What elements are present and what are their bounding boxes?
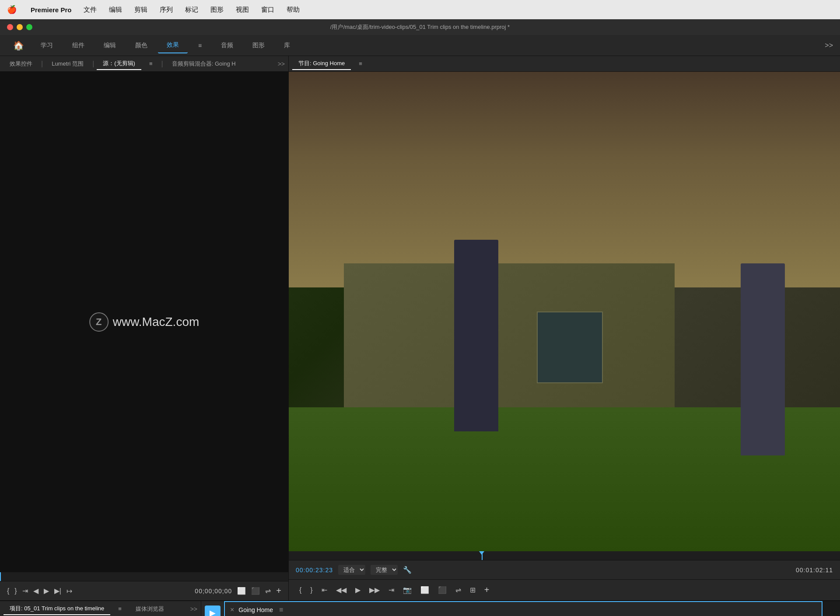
tab-source-menu[interactable]: ≡	[143, 59, 159, 69]
home-button[interactable]: 🏠	[7, 38, 30, 53]
source-overwrite[interactable]: ⬛	[251, 587, 260, 595]
menu-file[interactable]: 文件	[84, 6, 97, 14]
close-button[interactable]	[7, 24, 13, 30]
menu-graphics[interactable]: 图形	[210, 6, 224, 14]
timeline-panel: × Going Home ≡ 00:00:23:23 ✦ ⚐ ⊹ 🚩 🔧 00:…	[224, 601, 822, 616]
tab-program-monitor[interactable]: 节目: Going Home	[292, 58, 351, 70]
workspace-more-button[interactable]: >>	[825, 42, 833, 49]
titlebar: /用户/mac/桌面/trim-video-clips/05_01 Trim c…	[0, 19, 840, 35]
source-mark-in[interactable]: {	[7, 587, 9, 595]
scene-roof	[289, 72, 840, 287]
source-preview-area[interactable]: Z www.MacZ.com	[0, 72, 288, 572]
tab-project-menu[interactable]: ≡	[112, 604, 128, 614]
selection-tool[interactable]: ▶	[205, 606, 220, 616]
source-monitor-panel: 效果控件 | Lumetri 范围 | 源：(无剪辑) ≡ | 音频剪辑混合器:…	[0, 56, 289, 600]
menu-help[interactable]: 帮助	[287, 6, 300, 14]
fit-select[interactable]: 适合	[338, 565, 365, 575]
prog-multi-cam[interactable]: ⊞	[470, 586, 476, 594]
program-preview-area[interactable]	[289, 72, 840, 551]
fullscreen-button[interactable]	[26, 24, 32, 30]
timeline-title: Going Home	[238, 606, 273, 613]
prog-mark-in[interactable]: {	[299, 586, 301, 594]
tab-effects-controls[interactable]: 效果控件	[4, 58, 38, 70]
source-add-button[interactable]: +	[276, 586, 281, 596]
source-mark-out[interactable]: }	[14, 587, 17, 595]
tab-effects[interactable]: 效果	[158, 38, 188, 53]
scene-window	[537, 312, 603, 383]
program-wrench-icon[interactable]: 🔧	[403, 566, 412, 574]
timeline-menu-icon[interactable]: ≡	[279, 606, 283, 614]
minimize-button[interactable]	[17, 24, 23, 30]
program-frame	[289, 72, 840, 551]
source-monitor: Z www.MacZ.com { } ⇥ ◀ ▶ ▶| ↦ 00;00;00;0…	[0, 72, 288, 600]
prog-go-to-out[interactable]: ⇥	[388, 586, 394, 594]
watermark-z-icon: Z	[89, 312, 108, 332]
app-name: Premiere Pro	[31, 6, 71, 14]
source-step-fwd[interactable]: ▶|	[54, 587, 61, 595]
meter-labels: 0 -12 -24 -36 -48 dB	[829, 603, 834, 616]
bottom-area: 项目: 05_01 Trim clips on the timeline ≡ 媒…	[0, 600, 840, 616]
source-go-to-in[interactable]: ⇥	[22, 587, 28, 595]
apple-logo[interactable]: 🍎	[7, 5, 17, 14]
source-shuttle[interactable]: ⇌	[265, 587, 271, 595]
project-panel-tabs: 项目: 05_01 Trim clips on the timeline ≡ 媒…	[0, 601, 201, 616]
prog-lift[interactable]: ⬜	[420, 586, 429, 594]
program-playhead-head	[479, 551, 484, 555]
prog-play[interactable]: ▶	[355, 586, 360, 594]
tab-menu-icon[interactable]: ≡	[189, 38, 210, 52]
source-panel-tabs: 效果控件 | Lumetri 范围 | 源：(无剪辑) ≡ | 音频剪辑混合器:…	[0, 56, 288, 72]
prog-go-to-in[interactable]: ⇤	[322, 586, 327, 594]
project-more-button[interactable]: >>	[190, 606, 197, 612]
source-play[interactable]: ▶	[44, 587, 49, 595]
tab-audio-mixer[interactable]: 音频剪辑混合器: Going H	[166, 58, 242, 70]
source-insert[interactable]: ⬜	[237, 587, 246, 595]
source-step-back[interactable]: ◀	[33, 587, 38, 595]
tab-lumetri-scope[interactable]: Lumetri 范围	[46, 58, 90, 70]
menu-sequence[interactable]: 序列	[160, 6, 173, 14]
source-go-to-out[interactable]: ↦	[66, 587, 72, 595]
tab-graphics[interactable]: 图形	[244, 38, 273, 53]
menu-clip[interactable]: 剪辑	[134, 6, 147, 14]
tab-audio[interactable]: 音频	[212, 38, 242, 53]
watermark: Z www.MacZ.com	[89, 312, 200, 332]
tab-program-menu[interactable]: ≡	[353, 59, 368, 69]
tab-assembly[interactable]: 组件	[63, 38, 93, 53]
timeline-header: × Going Home ≡	[225, 602, 822, 616]
source-panel-more[interactable]: >>	[278, 60, 285, 67]
tab-project[interactable]: 项目: 05_01 Trim clips on the timeline	[4, 603, 110, 615]
program-tools-bar: { } ⇤ ◀◀ ▶ ▶▶ ⇥ 📷 ⬜ ⬛ ⇌ ⊞ +	[289, 579, 840, 600]
scene-figure1	[454, 240, 498, 431]
prog-export-frame[interactable]: 📷	[403, 586, 412, 594]
menu-window[interactable]: 窗口	[261, 6, 274, 14]
program-timecode-in[interactable]: 00:00:23:23	[296, 567, 333, 574]
program-panel-tabs: 节目: Going Home ≡	[289, 56, 840, 72]
audio-meter: 0 -12 -24 -36 -48 dB	[822, 601, 840, 616]
full-select[interactable]: 完整	[371, 565, 398, 575]
program-timecode-out: 00:01:02:11	[796, 567, 833, 574]
tab-color[interactable]: 颜色	[126, 38, 156, 53]
prog-step-fwd[interactable]: ▶▶	[369, 586, 380, 594]
tab-source[interactable]: 源：(无剪辑)	[97, 58, 141, 70]
prog-mark-out[interactable]: }	[310, 586, 312, 594]
prog-extract[interactable]: ⬛	[438, 586, 447, 594]
source-timecode: 00;00;00;00	[195, 588, 232, 595]
menubar: 🍎 Premiere Pro 文件 编辑 剪辑 序列 标记 图形 视图 窗口 帮…	[0, 0, 840, 19]
watermark-url: www.MacZ.com	[113, 315, 200, 329]
window-title: /用户/mac/桌面/trim-video-clips/05_01 Trim c…	[330, 23, 510, 31]
prog-step-back[interactable]: ◀◀	[336, 586, 346, 594]
menu-edit[interactable]: 编辑	[109, 6, 122, 14]
source-transport-bar[interactable]	[0, 572, 288, 581]
prog-add-button[interactable]: +	[484, 585, 490, 595]
menu-view[interactable]: 视图	[236, 6, 249, 14]
source-playhead	[0, 572, 1, 581]
timeline-close-icon[interactable]: ×	[230, 606, 234, 614]
scene-figure2	[741, 263, 785, 455]
program-timeline-bar[interactable]	[289, 551, 840, 560]
menu-mark[interactable]: 标记	[185, 6, 198, 14]
prog-shuttle[interactable]: ⇌	[455, 586, 461, 594]
tab-media-browser[interactable]: 媒体浏览器	[130, 603, 170, 615]
tab-library[interactable]: 库	[275, 38, 299, 53]
tab-learning[interactable]: 学习	[32, 38, 62, 53]
tab-editing[interactable]: 编辑	[95, 38, 125, 53]
workspace-nav: 🏠 学习 组件 编辑 颜色 效果 ≡ 音频 图形 库 >>	[0, 35, 840, 56]
